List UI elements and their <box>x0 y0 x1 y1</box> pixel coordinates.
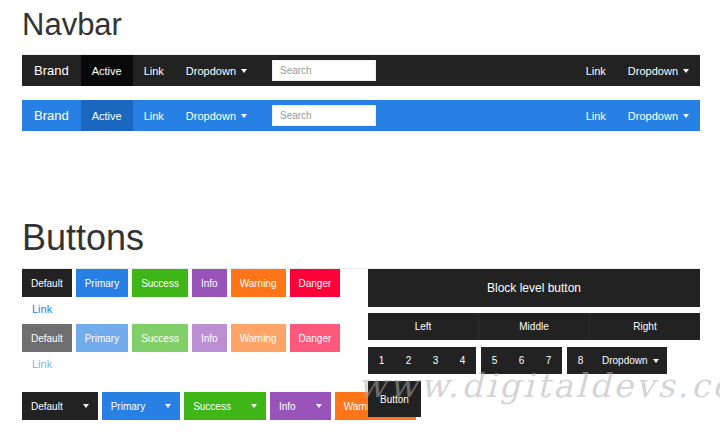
nav-item-label: Active <box>92 65 122 77</box>
success-button[interactable]: Success <box>132 269 188 297</box>
nav-item-link[interactable]: Link <box>133 100 175 131</box>
default-split-dropdown-button[interactable]: Default <box>22 392 98 420</box>
danger-button[interactable]: Danger <box>290 269 341 297</box>
nav-item-active[interactable]: Active <box>81 100 133 131</box>
default-button-disabled[interactable]: Default <box>22 324 72 352</box>
dropdown-toggle[interactable] <box>305 404 322 408</box>
nav-item-label: Link <box>586 65 606 77</box>
block-level-button[interactable]: Block level button <box>368 269 700 307</box>
button-label: Dropdown <box>602 355 648 366</box>
primary-button[interactable]: Primary <box>76 269 128 297</box>
page-button-7[interactable]: 7 <box>535 347 562 374</box>
page-button-1[interactable]: 1 <box>368 347 395 374</box>
left-button[interactable]: Left <box>368 313 479 340</box>
navbar-brand[interactable]: Brand <box>22 55 81 86</box>
nav-item-label: Active <box>92 110 122 122</box>
navbar-section-title: Navbar <box>22 0 700 43</box>
primary-button-disabled[interactable]: Primary <box>76 324 128 352</box>
success-split-dropdown-button[interactable]: Success <box>184 392 266 420</box>
navbar-right-group: Link Dropdown <box>575 55 700 86</box>
navbar-primary: Brand Active Link Dropdown Link Dropdown <box>22 100 700 131</box>
theme-preview-page: Navbar Brand Active Link Dropdown Link D… <box>0 0 720 446</box>
chevron-down-icon <box>251 404 257 408</box>
dropdown-toggle[interactable] <box>154 404 171 408</box>
page-button-8[interactable]: 8 <box>567 347 594 374</box>
chevron-down-icon <box>653 359 659 363</box>
nav-item-label: Link <box>144 110 164 122</box>
button-label: Primary <box>111 401 145 412</box>
chevron-down-icon <box>241 114 247 118</box>
primary-split-dropdown-button[interactable]: Primary <box>102 392 180 420</box>
large-button[interactable]: Button <box>368 381 421 417</box>
button-row-normal: Default Primary Success Info Warning Dan… <box>22 269 368 297</box>
nav-item-label: Dropdown <box>186 65 236 77</box>
nav-item-dropdown[interactable]: Dropdown <box>175 100 258 131</box>
buttons-section-title: Buttons <box>22 217 700 259</box>
navbar-inverse: Brand Active Link Dropdown Link Dropdown <box>22 55 700 86</box>
button-group-1: 1 2 3 4 <box>368 347 476 374</box>
nav-item-dropdown-right[interactable]: Dropdown <box>617 55 700 86</box>
info-split-dropdown-button[interactable]: Info <box>270 392 331 420</box>
nav-item-label: Dropdown <box>628 65 678 77</box>
search-input[interactable] <box>272 105 376 126</box>
page-button-3[interactable]: 3 <box>422 347 449 374</box>
info-button[interactable]: Info <box>192 269 227 297</box>
chevron-down-icon <box>241 69 247 73</box>
button-row-disabled: Default Primary Success Info Warning Dan… <box>22 324 368 352</box>
link-button-disabled[interactable]: Link <box>32 358 52 370</box>
buttons-column-left: Default Primary Success Info Warning Dan… <box>22 269 368 420</box>
nav-item-dropdown[interactable]: Dropdown <box>175 55 258 86</box>
justified-button-group: Left Middle Right <box>368 313 700 340</box>
page-button-2[interactable]: 2 <box>395 347 422 374</box>
buttons-columns: Default Primary Success Info Warning Dan… <box>22 269 700 420</box>
dropdown-toggle[interactable] <box>240 404 257 408</box>
button-row-split-dropdowns: Default Primary Success Info Warning <box>22 392 368 420</box>
search-input[interactable] <box>272 60 376 81</box>
page-button-4[interactable]: 4 <box>449 347 476 374</box>
navbar-brand[interactable]: Brand <box>22 100 81 131</box>
chevron-down-icon <box>683 69 689 73</box>
chevron-down-icon <box>165 404 171 408</box>
dropdown-toggle[interactable] <box>72 404 89 408</box>
button-label: Default <box>31 401 63 412</box>
warning-button[interactable]: Warning <box>231 269 286 297</box>
nav-item-link[interactable]: Link <box>133 55 175 86</box>
page-button-5[interactable]: 5 <box>481 347 508 374</box>
danger-button-disabled[interactable]: Danger <box>290 324 341 352</box>
right-button[interactable]: Right <box>590 313 700 340</box>
default-button[interactable]: Default <box>22 269 72 297</box>
page-button-6[interactable]: 6 <box>508 347 535 374</box>
button-group-2: 5 6 7 <box>481 347 562 374</box>
chevron-down-icon <box>683 114 689 118</box>
nav-item-active[interactable]: Active <box>81 55 133 86</box>
nav-item-label: Dropdown <box>628 110 678 122</box>
nav-item-label: Link <box>586 110 606 122</box>
middle-button[interactable]: Middle <box>479 313 590 340</box>
navbar-right-group: Link Dropdown <box>575 100 700 131</box>
info-button-disabled[interactable]: Info <box>192 324 227 352</box>
buttons-column-right: Block level button Left Middle Right 1 2… <box>368 269 700 420</box>
chevron-down-icon <box>316 404 322 408</box>
button-toolbar: 1 2 3 4 5 6 7 8 Dropdown <box>368 347 700 374</box>
warning-button-disabled[interactable]: Warning <box>231 324 286 352</box>
button-label: Info <box>279 401 296 412</box>
group-dropdown-button[interactable]: Dropdown <box>594 347 667 374</box>
chevron-down-icon <box>83 404 89 408</box>
nav-item-link-right[interactable]: Link <box>575 55 617 86</box>
nav-item-label: Dropdown <box>186 110 236 122</box>
nav-item-link-right[interactable]: Link <box>575 100 617 131</box>
button-label: Success <box>193 401 231 412</box>
success-button-disabled[interactable]: Success <box>132 324 188 352</box>
button-group-3: 8 Dropdown <box>567 347 667 374</box>
link-button[interactable]: Link <box>32 303 52 315</box>
nav-item-dropdown-right[interactable]: Dropdown <box>617 100 700 131</box>
nav-item-label: Link <box>144 65 164 77</box>
